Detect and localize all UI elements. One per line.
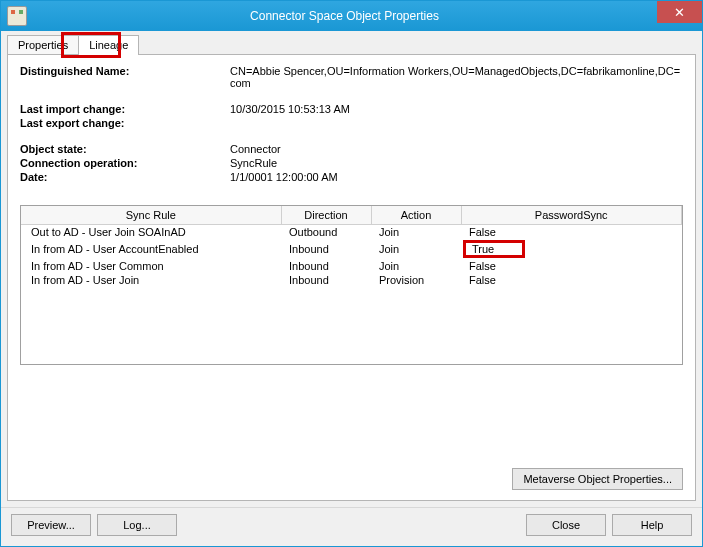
help-button[interactable]: Help [612, 514, 692, 536]
object-state-value: Connector [230, 143, 683, 155]
tab-strip: Properties Lineage [7, 35, 702, 55]
dialog-footer: Preview... Log... Close Help [1, 507, 702, 546]
last-import-label: Last import change: [20, 103, 230, 115]
date-label: Date: [20, 171, 230, 183]
metaverse-properties-button[interactable]: Metaverse Object Properties... [512, 468, 683, 490]
last-export-value [230, 117, 683, 129]
cell-password-sync: False [461, 259, 682, 273]
cell-password-sync: True [461, 239, 682, 259]
cell-sync-rule: Out to AD - User Join SOAInAD [21, 225, 281, 240]
annotation-highlight-true: True [463, 240, 525, 258]
conn-op-label: Connection operation: [20, 157, 230, 169]
cell-direction: Inbound [281, 273, 371, 287]
titlebar: Connector Space Object Properties ✕ [1, 1, 702, 31]
cell-direction: Inbound [281, 239, 371, 259]
cell-action: Provision [371, 273, 461, 287]
cell-password-sync: False [461, 273, 682, 287]
cell-sync-rule: In from AD - User Join [21, 273, 281, 287]
cell-action: Join [371, 239, 461, 259]
dn-value: CN=Abbie Spencer,OU=Information Workers,… [230, 65, 683, 89]
conn-op-value: SyncRule [230, 157, 683, 169]
cell-action: Join [371, 259, 461, 273]
cell-direction: Inbound [281, 259, 371, 273]
col-header-direction[interactable]: Direction [281, 206, 371, 225]
close-button[interactable]: Close [526, 514, 606, 536]
date-value: 1/1/0001 12:00:00 AM [230, 171, 683, 183]
cell-direction: Outbound [281, 225, 371, 240]
tab-properties[interactable]: Properties [7, 35, 79, 55]
app-icon [7, 6, 27, 26]
table-header-row: Sync Rule Direction Action PasswordSync [21, 206, 682, 225]
cell-password-sync: False [461, 225, 682, 240]
metaverse-button-row: Metaverse Object Properties... [20, 468, 683, 490]
col-header-password-sync[interactable]: PasswordSync [461, 206, 682, 225]
preview-button[interactable]: Preview... [11, 514, 91, 536]
table-row[interactable]: In from AD - User Common Inbound Join Fa… [21, 259, 682, 273]
last-import-value: 10/30/2015 10:53:13 AM [230, 103, 683, 115]
col-header-sync-rule[interactable]: Sync Rule [21, 206, 281, 225]
window-title: Connector Space Object Properties [27, 9, 702, 23]
dialog-window: Connector Space Object Properties ✕ Prop… [0, 0, 703, 547]
tab-lineage[interactable]: Lineage [78, 35, 139, 55]
last-export-label: Last export change: [20, 117, 230, 129]
info-grid: Distinguished Name: CN=Abbie Spencer,OU=… [20, 65, 683, 183]
table-row[interactable]: Out to AD - User Join SOAInAD Outbound J… [21, 225, 682, 240]
cell-sync-rule: In from AD - User Common [21, 259, 281, 273]
lineage-panel: Distinguished Name: CN=Abbie Spencer,OU=… [7, 54, 696, 501]
col-header-action[interactable]: Action [371, 206, 461, 225]
cell-sync-rule: In from AD - User AccountEnabled [21, 239, 281, 259]
cell-action: Join [371, 225, 461, 240]
dn-label: Distinguished Name: [20, 65, 230, 89]
close-icon[interactable]: ✕ [657, 1, 702, 23]
object-state-label: Object state: [20, 143, 230, 155]
log-button[interactable]: Log... [97, 514, 177, 536]
table-row[interactable]: In from AD - User Join Inbound Provision… [21, 273, 682, 287]
table-row[interactable]: In from AD - User AccountEnabled Inbound… [21, 239, 682, 259]
sync-rule-table[interactable]: Sync Rule Direction Action PasswordSync … [20, 205, 683, 365]
